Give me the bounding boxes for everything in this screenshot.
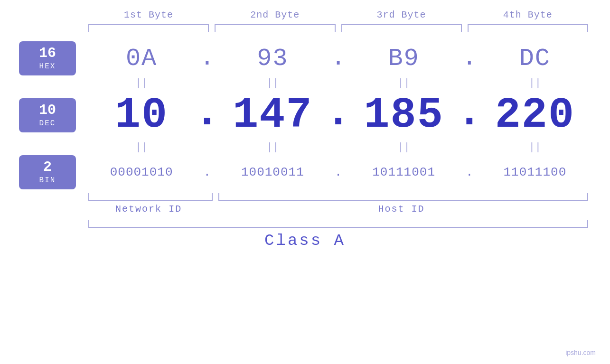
equals-row-2: || || || ||: [19, 141, 591, 153]
bracket-byte1: [88, 24, 209, 32]
dec-byte3-cell: 185: [348, 91, 460, 140]
dec-dot1: .: [197, 92, 216, 139]
dec-byte4-value: 220: [495, 91, 575, 140]
equals-row-1: || || || ||: [19, 77, 591, 89]
network-id-bracket: [88, 193, 213, 201]
hex-dot2: .: [329, 46, 348, 71]
eq2-byte2: ||: [216, 141, 328, 153]
bracket-byte3: [341, 24, 462, 32]
host-id-label: Host ID: [212, 204, 591, 215]
byte-headers: 1st Byte 2nd Byte 3rd Byte 4th Byte: [19, 9, 591, 20]
byte3-header: 3rd Byte: [338, 9, 465, 20]
dec-base-number: 10: [39, 103, 56, 117]
dec-byte1-cell: 10: [85, 91, 197, 140]
hex-byte3-value: B9: [388, 45, 419, 73]
byte2-header: 2nd Byte: [212, 9, 338, 20]
class-label: Class A: [264, 232, 346, 250]
bin-byte4-value: 11011100: [503, 165, 566, 179]
bin-base-name: BIN: [39, 176, 56, 185]
main-container: 1st Byte 2nd Byte 3rd Byte 4th Byte 16 H…: [0, 0, 610, 364]
hex-byte4-cell: DC: [479, 45, 591, 73]
overall-bracket: [88, 220, 588, 228]
dec-base-name: DEC: [39, 119, 56, 128]
hex-base-number: 16: [39, 46, 56, 60]
byte1-header: 1st Byte: [85, 9, 212, 20]
dec-base-label: 10 DEC: [19, 98, 76, 132]
bin-byte3-cell: 10111001: [348, 165, 460, 179]
bracket-byte4: [468, 24, 588, 32]
dec-dot3: .: [460, 92, 479, 139]
host-id-bracket: [218, 193, 588, 201]
eq2-byte4: ||: [479, 141, 591, 153]
watermark: ipshu.com: [565, 349, 596, 356]
dec-values-area: 10 . 147 . 185 . 220: [85, 91, 591, 140]
hex-values-area: 0A . 93 . B9 . DC: [85, 45, 591, 73]
bin-values-area: 00001010 . 10010011 . 10111001 . 1101110…: [85, 165, 591, 179]
eq2-byte3: ||: [348, 141, 460, 153]
hex-base-name: HEX: [39, 62, 56, 71]
eq1-byte2: ||: [216, 77, 328, 89]
dec-byte2-value: 147: [233, 91, 312, 140]
hex-byte4-value: DC: [519, 45, 551, 73]
dec-dot2: .: [329, 92, 348, 139]
class-label-row: Class A: [19, 232, 591, 250]
bin-base-number: 2: [43, 160, 52, 174]
bin-dot2: .: [329, 166, 348, 178]
bin-byte3-value: 10111001: [372, 165, 435, 179]
hex-byte1-cell: 0A: [85, 45, 197, 73]
id-labels-row: Network ID Host ID: [19, 204, 591, 215]
eq2-byte1: ||: [85, 141, 197, 153]
bin-row: 2 BIN 00001010 . 10010011 . 10111001 .: [19, 155, 591, 189]
hex-dot3: .: [460, 46, 479, 71]
dec-byte2-cell: 147: [216, 91, 328, 140]
eq1-byte3: ||: [348, 77, 460, 89]
dec-byte3-value: 185: [364, 91, 444, 140]
network-id-label: Network ID: [85, 204, 212, 215]
hex-byte1-value: 0A: [126, 45, 157, 73]
bin-dot3: .: [460, 166, 479, 178]
bin-byte1-cell: 00001010: [85, 165, 197, 179]
overall-bracket-row: [19, 220, 591, 228]
eq1-byte1: ||: [85, 77, 197, 89]
bin-base-label: 2 BIN: [19, 155, 76, 189]
hex-base-label: 16 HEX: [19, 41, 76, 75]
bracket-byte2: [215, 24, 335, 32]
hex-byte2-value: 93: [257, 45, 288, 73]
hex-row: 16 HEX 0A . 93 . B9 . DC: [19, 41, 591, 75]
bottom-brackets-area: [19, 193, 591, 201]
dec-byte4-cell: 220: [479, 91, 591, 140]
dec-byte1-value: 10: [115, 91, 168, 140]
bin-byte1-value: 00001010: [110, 165, 173, 179]
bin-byte2-value: 10010011: [241, 165, 304, 179]
bin-byte2-cell: 10010011: [216, 165, 328, 179]
top-brackets: [19, 24, 591, 32]
eq1-byte4: ||: [479, 77, 591, 89]
bin-byte4-cell: 11011100: [479, 165, 591, 179]
dec-row: 10 DEC 10 . 147 . 185 . 220: [19, 91, 591, 140]
hex-byte3-cell: B9: [348, 45, 460, 73]
bin-dot1: .: [197, 166, 216, 178]
hex-byte2-cell: 93: [216, 45, 328, 73]
hex-dot1: .: [197, 46, 216, 71]
byte4-header: 4th Byte: [465, 9, 591, 20]
